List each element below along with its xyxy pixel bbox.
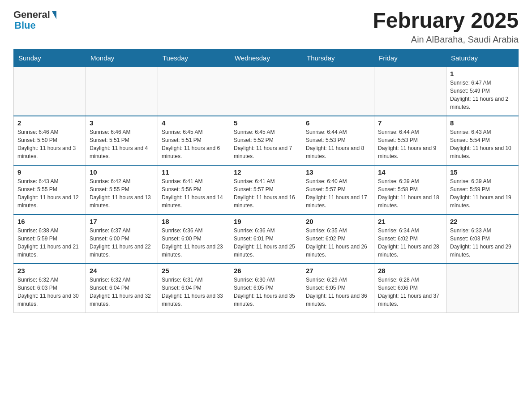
day-info: Sunrise: 6:39 AMSunset: 5:59 PMDaylight:… [450, 177, 515, 210]
day-number: 24 [90, 267, 154, 274]
day-info: Sunrise: 6:44 AMSunset: 5:53 PMDaylight:… [378, 128, 442, 160]
calendar-day-cell: 24Sunrise: 6:32 AMSunset: 6:04 PMDayligh… [86, 264, 158, 313]
day-info: Sunrise: 6:41 AMSunset: 5:57 PMDaylight:… [234, 177, 298, 210]
day-number: 21 [378, 218, 442, 225]
calendar-day-cell [446, 264, 519, 313]
day-info: Sunrise: 6:37 AMSunset: 6:00 PMDaylight:… [90, 227, 154, 259]
day-number: 18 [162, 218, 226, 225]
day-number: 8 [450, 119, 515, 127]
calendar-week-row: 9Sunrise: 6:43 AMSunset: 5:55 PMDaylight… [14, 165, 519, 214]
month-title: February 2025 [373, 9, 519, 33]
calendar-day-cell: 18Sunrise: 6:36 AMSunset: 6:00 PMDayligh… [158, 214, 230, 264]
day-of-week-header: Sunday [14, 49, 86, 67]
day-of-week-header: Wednesday [230, 49, 302, 67]
day-info: Sunrise: 6:43 AMSunset: 5:55 PMDaylight:… [17, 177, 82, 210]
day-number: 26 [234, 267, 298, 274]
calendar-week-row: 23Sunrise: 6:32 AMSunset: 6:03 PMDayligh… [14, 264, 519, 313]
day-of-week-header: Tuesday [158, 49, 230, 67]
calendar-day-cell: 12Sunrise: 6:41 AMSunset: 5:57 PMDayligh… [230, 165, 302, 214]
calendar-day-cell: 15Sunrise: 6:39 AMSunset: 5:59 PMDayligh… [446, 165, 519, 214]
day-info: Sunrise: 6:45 AMSunset: 5:52 PMDaylight:… [234, 128, 298, 160]
day-number: 1 [450, 70, 515, 77]
day-number: 5 [234, 119, 298, 127]
calendar-day-cell: 4Sunrise: 6:45 AMSunset: 5:51 PMDaylight… [158, 116, 230, 165]
calendar-day-cell: 17Sunrise: 6:37 AMSunset: 6:00 PMDayligh… [86, 214, 158, 264]
calendar-day-cell: 20Sunrise: 6:35 AMSunset: 6:02 PMDayligh… [302, 214, 374, 264]
calendar-day-cell: 28Sunrise: 6:28 AMSunset: 6:06 PMDayligh… [374, 264, 446, 313]
calendar-header-row: SundayMondayTuesdayWednesdayThursdayFrid… [14, 49, 519, 67]
logo-general-text: General [13, 9, 50, 21]
day-info: Sunrise: 6:47 AMSunset: 5:49 PMDaylight:… [450, 79, 515, 111]
calendar-day-cell [230, 67, 302, 116]
calendar-day-cell: 16Sunrise: 6:38 AMSunset: 5:59 PMDayligh… [14, 214, 86, 264]
calendar-day-cell: 26Sunrise: 6:30 AMSunset: 6:05 PMDayligh… [230, 264, 302, 313]
day-info: Sunrise: 6:40 AMSunset: 5:57 PMDaylight:… [306, 177, 370, 210]
day-info: Sunrise: 6:29 AMSunset: 6:05 PMDaylight:… [306, 276, 370, 308]
calendar-week-row: 1Sunrise: 6:47 AMSunset: 5:49 PMDaylight… [14, 67, 519, 116]
day-info: Sunrise: 6:39 AMSunset: 5:58 PMDaylight:… [378, 177, 442, 210]
logo-blue-text: Blue [13, 20, 36, 31]
calendar-day-cell: 8Sunrise: 6:43 AMSunset: 5:54 PMDaylight… [446, 116, 519, 165]
day-number: 14 [378, 168, 442, 176]
day-number: 10 [90, 168, 154, 176]
calendar-day-cell: 7Sunrise: 6:44 AMSunset: 5:53 PMDaylight… [374, 116, 446, 165]
day-info: Sunrise: 6:34 AMSunset: 6:02 PMDaylight:… [378, 227, 442, 259]
day-info: Sunrise: 6:41 AMSunset: 5:56 PMDaylight:… [162, 177, 226, 210]
day-of-week-header: Monday [86, 49, 158, 67]
day-info: Sunrise: 6:43 AMSunset: 5:54 PMDaylight:… [450, 128, 515, 160]
calendar-day-cell [374, 67, 446, 116]
calendar-week-row: 16Sunrise: 6:38 AMSunset: 5:59 PMDayligh… [14, 214, 519, 264]
day-info: Sunrise: 6:32 AMSunset: 6:04 PMDaylight:… [90, 276, 154, 308]
logo: General Blue [13, 9, 56, 31]
day-info: Sunrise: 6:46 AMSunset: 5:50 PMDaylight:… [17, 128, 82, 160]
day-info: Sunrise: 6:35 AMSunset: 6:02 PMDaylight:… [306, 227, 370, 259]
day-info: Sunrise: 6:46 AMSunset: 5:51 PMDaylight:… [90, 128, 154, 160]
day-number: 9 [17, 168, 82, 176]
calendar-table: SundayMondayTuesdayWednesdayThursdayFrid… [13, 49, 519, 313]
calendar-day-cell: 5Sunrise: 6:45 AMSunset: 5:52 PMDaylight… [230, 116, 302, 165]
calendar-day-cell: 9Sunrise: 6:43 AMSunset: 5:55 PMDaylight… [14, 165, 86, 214]
day-number: 23 [17, 267, 82, 274]
day-info: Sunrise: 6:28 AMSunset: 6:06 PMDaylight:… [378, 276, 442, 308]
day-number: 15 [450, 168, 515, 176]
calendar-day-cell: 11Sunrise: 6:41 AMSunset: 5:56 PMDayligh… [158, 165, 230, 214]
day-info: Sunrise: 6:38 AMSunset: 5:59 PMDaylight:… [17, 227, 82, 259]
calendar-day-cell: 21Sunrise: 6:34 AMSunset: 6:02 PMDayligh… [374, 214, 446, 264]
day-number: 3 [90, 119, 154, 127]
day-number: 25 [162, 267, 226, 274]
day-info: Sunrise: 6:44 AMSunset: 5:53 PMDaylight:… [306, 128, 370, 160]
day-number: 6 [306, 119, 370, 127]
day-number: 13 [306, 168, 370, 176]
calendar-day-cell: 13Sunrise: 6:40 AMSunset: 5:57 PMDayligh… [302, 165, 374, 214]
calendar-day-cell [302, 67, 374, 116]
day-number: 4 [162, 119, 226, 127]
calendar-week-row: 2Sunrise: 6:46 AMSunset: 5:50 PMDaylight… [14, 116, 519, 165]
logo-triangle-icon [52, 11, 56, 19]
calendar-day-cell: 6Sunrise: 6:44 AMSunset: 5:53 PMDaylight… [302, 116, 374, 165]
day-of-week-header: Saturday [446, 49, 519, 67]
day-info: Sunrise: 6:45 AMSunset: 5:51 PMDaylight:… [162, 128, 226, 160]
day-number: 16 [17, 218, 82, 225]
day-info: Sunrise: 6:36 AMSunset: 6:00 PMDaylight:… [162, 227, 226, 259]
day-of-week-header: Friday [374, 49, 446, 67]
calendar-day-cell [86, 67, 158, 116]
calendar-day-cell [158, 67, 230, 116]
day-number: 2 [17, 119, 82, 127]
day-number: 28 [378, 267, 442, 274]
calendar-day-cell: 2Sunrise: 6:46 AMSunset: 5:50 PMDaylight… [14, 116, 86, 165]
day-number: 12 [234, 168, 298, 176]
calendar-day-cell: 10Sunrise: 6:42 AMSunset: 5:55 PMDayligh… [86, 165, 158, 214]
day-number: 11 [162, 168, 226, 176]
page-header: General Blue February 2025 Ain AlBaraha,… [13, 9, 519, 45]
day-info: Sunrise: 6:36 AMSunset: 6:01 PMDaylight:… [234, 227, 298, 259]
day-number: 20 [306, 218, 370, 225]
location-title: Ain AlBaraha, Saudi Arabia [373, 34, 519, 45]
day-number: 27 [306, 267, 370, 274]
day-number: 7 [378, 119, 442, 127]
day-number: 17 [90, 218, 154, 225]
day-info: Sunrise: 6:32 AMSunset: 6:03 PMDaylight:… [17, 276, 82, 308]
day-of-week-header: Thursday [302, 49, 374, 67]
calendar-day-cell: 14Sunrise: 6:39 AMSunset: 5:58 PMDayligh… [374, 165, 446, 214]
title-section: February 2025 Ain AlBaraha, Saudi Arabia [373, 9, 519, 45]
calendar-day-cell: 23Sunrise: 6:32 AMSunset: 6:03 PMDayligh… [14, 264, 86, 313]
